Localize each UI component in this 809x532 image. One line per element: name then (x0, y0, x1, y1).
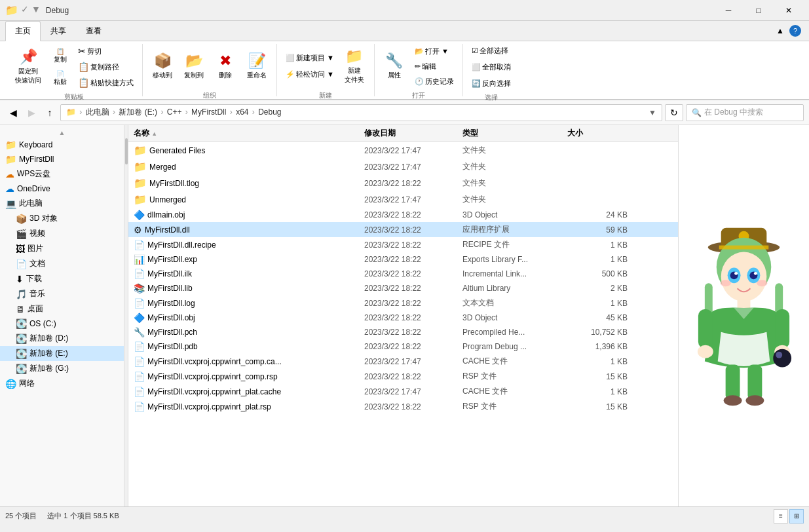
path-segment-debug: Debug (258, 107, 281, 117)
tab-share[interactable]: 共享 (41, 21, 76, 41)
file-type-cell: CACHE 文件 (462, 386, 567, 397)
invert-selection-button[interactable]: 🔄 反向选择 (468, 77, 514, 90)
file-type-cell: 文件夹 (462, 194, 567, 205)
sidebar-item-c[interactable]: 💽 OS (C:) (0, 316, 124, 331)
file-row-0[interactable]: 📁 Generated Files 2023/3/22 17:47 文件夹 (128, 142, 678, 159)
rename-button[interactable]: 📝 重命名 (242, 44, 271, 88)
sidebar-item-network[interactable]: 🌐 网络 (0, 376, 124, 391)
properties-button[interactable]: 🔧 属性 (380, 44, 409, 88)
tab-view[interactable]: 查看 (76, 21, 111, 41)
sidebar-item-wps[interactable]: ☁ WPS云盘 (0, 166, 124, 181)
file-row-13[interactable]: 📄 MyFirstDll.pdb 2023/3/22 18:22 Program… (128, 339, 678, 354)
properties-icon: 🔧 (385, 52, 403, 69)
file-name-text: MyFirstDll.vcxproj.cppwinrt_plat.rsp (147, 402, 271, 411)
file-row-9[interactable]: 📚 MyFirstDll.lib 2023/3/22 18:22 Altium … (128, 281, 678, 295)
file-row-4[interactable]: 🔷 dllmain.obj 2023/3/22 18:22 3D Object … (128, 208, 678, 222)
deselect-all-button[interactable]: ⬜ 全部取消 (468, 60, 514, 74)
col-size-header[interactable]: 大小 (567, 128, 633, 139)
titlebar-controls[interactable]: ─ □ ✕ (713, 0, 804, 21)
details-view-button[interactable]: ≡ (774, 509, 788, 523)
sidebar-item-d[interactable]: 💽 新加卷 (D:) (0, 331, 124, 346)
file-row-14[interactable]: 📄 MyFirstDll.vcxproj.cppwinrt_comp.ca...… (128, 354, 678, 369)
tab-home[interactable]: 主页 (5, 21, 41, 41)
file-row-1[interactable]: 📁 Merged 2023/3/22 17:47 文件夹 (128, 159, 678, 175)
paste-button[interactable]: 📄 粘贴 (48, 67, 72, 88)
file-row-12[interactable]: 🔧 MyFirstDll.pch 2023/3/22 18:22 Precomp… (128, 325, 678, 339)
sidebar-item-music[interactable]: 🎵 音乐 (0, 286, 124, 301)
ribbon-collapse-icon[interactable]: ▲ (776, 26, 784, 35)
copy-to-button[interactable]: 📂 复制到 (179, 44, 208, 88)
network-icon: 🌐 (5, 379, 16, 389)
paste-shortcut-button[interactable]: 📋 粘贴快捷方式 (75, 75, 137, 90)
file-row-16[interactable]: 📄 MyFirstDll.vcxproj.cppwinrt_plat.cache… (128, 384, 678, 399)
sidebar-item-e[interactable]: 💽 新加卷 (E:) (0, 346, 124, 361)
dropdown-arrow-icon[interactable]: ▼ (649, 108, 656, 117)
sidebar-item-video[interactable]: 🎬 视频 (0, 226, 124, 241)
sidebar-item-docs[interactable]: 📄 文档 (0, 256, 124, 271)
history-button[interactable]: 🕐 历史记录 (411, 75, 457, 88)
copy-path-button[interactable]: 📋 复制路径 (75, 60, 137, 74)
easy-access-button[interactable]: ⚡ 轻松访问 ▼ (282, 67, 337, 81)
file-type-cell: Incremental Link... (462, 269, 567, 278)
sidebar-item-desktop[interactable]: 🖥 桌面 (0, 301, 124, 316)
file-type-cell: CACHE 文件 (462, 356, 567, 367)
back-button[interactable]: ◀ (5, 105, 21, 121)
file-name-text: MyFirstDll.log (147, 299, 195, 308)
select-all-button[interactable]: ☑ 全部选择 (468, 44, 514, 58)
history-label: 历史记录 (425, 77, 454, 86)
minimize-button[interactable]: ─ (713, 0, 743, 21)
file-row-15[interactable]: 📄 MyFirstDll.vcxproj.cppwinrt_comp.rsp 2… (128, 369, 678, 384)
sidebar-item-3d[interactable]: 📦 3D 对象 (0, 211, 124, 226)
file-row-5[interactable]: ⚙ MyFirstDll.dll 2023/3/22 18:22 应用程序扩展 … (128, 222, 678, 237)
pin-quick-access-button[interactable]: 📌 固定到快速访问 (10, 45, 46, 89)
open-button[interactable]: 📂 打开 ▼ (411, 45, 457, 58)
sidebar-item-myfirstdll[interactable]: 📁 MyFirstDll (0, 152, 124, 166)
sidebar-item-downloads[interactable]: ⬇ 下载 (0, 271, 124, 286)
copy-button[interactable]: 📋 复制 (48, 45, 72, 66)
sidebar-item-pictures[interactable]: 🖼 图片 (0, 241, 124, 256)
new-folder-button[interactable]: 📁 新建文件夹 (340, 44, 369, 88)
sidebar-item-g[interactable]: 💽 新加卷 (G:) (0, 361, 124, 376)
sidebar-label-onedrive: OneDrive (17, 184, 50, 193)
close-button[interactable]: ✕ (774, 0, 804, 21)
refresh-button[interactable]: ↻ (665, 104, 683, 121)
file-icon: 📄 (134, 269, 145, 279)
sidebar-item-onedrive[interactable]: ☁ OneDrive (0, 181, 124, 196)
maximize-button[interactable]: □ (743, 0, 774, 21)
easy-access-label: 轻松访问 ▼ (296, 69, 334, 79)
search-box[interactable]: 🔍 在 Debug 中搜索 (686, 104, 804, 121)
move-icon: 📦 (154, 52, 172, 69)
file-list: 名称 ▲ 修改日期 类型 大小 📁 Generated Files 2023/3… (128, 125, 678, 506)
help-icon[interactable]: ? (789, 25, 801, 37)
file-row-10[interactable]: 📄 MyFirstDll.log 2023/3/22 18:22 文本文档 1 … (128, 295, 678, 311)
sidebar-item-thispc[interactable]: 💻 此电脑 (0, 196, 124, 211)
col-name-header[interactable]: 名称 ▲ (128, 128, 364, 139)
file-row-8[interactable]: 📄 MyFirstDll.ilk 2023/3/22 18:22 Increme… (128, 267, 678, 281)
file-row-17[interactable]: 📄 MyFirstDll.vcxproj.cppwinrt_plat.rsp 2… (128, 399, 678, 414)
move-to-button[interactable]: 📦 移动到 (148, 44, 177, 88)
edit-button[interactable]: ✏ 编辑 (411, 60, 457, 73)
file-row-6[interactable]: 📄 MyFirstDll.dll.recipe 2023/3/22 18:22 … (128, 237, 678, 252)
delete-button[interactable]: ✖ 删除 (211, 44, 240, 88)
sidebar-label-wps: WPS云盘 (17, 168, 50, 180)
file-row-7[interactable]: 📊 MyFirstDll.exp 2023/3/22 18:22 Exports… (128, 252, 678, 267)
file-name-text: Unmerged (149, 195, 186, 204)
file-date-cell: 2023/3/22 18:22 (364, 372, 462, 381)
search-placeholder: 在 Debug 中搜索 (704, 107, 763, 118)
file-row-11[interactable]: 🔷 MyFirstDll.obj 2023/3/22 18:22 3D Obje… (128, 311, 678, 325)
address-bar[interactable]: 📁 › 此电脑 › 新加卷 (E:) › C++ › MyFirstDll › … (60, 104, 662, 121)
list-view-button[interactable]: ⊞ (789, 509, 804, 523)
file-type-cell: Program Debug ... (462, 342, 567, 351)
file-type-cell: 应用程序扩展 (462, 224, 567, 235)
sidebar-item-keyboard[interactable]: 📁 Keyboard (0, 138, 124, 152)
sidebar-label-3d: 3D 对象 (29, 213, 58, 224)
file-row-3[interactable]: 📁 Unmerged 2023/3/22 17:47 文件夹 (128, 191, 678, 208)
col-type-header[interactable]: 类型 (462, 128, 567, 139)
col-date-header[interactable]: 修改日期 (364, 128, 462, 139)
file-row-2[interactable]: 📁 MyFirstDll.tlog 2023/3/22 18:22 文件夹 (128, 175, 678, 191)
forward-button[interactable]: ▶ (24, 105, 39, 121)
new-item-button[interactable]: ⬜ 新建项目 ▼ (282, 51, 337, 65)
cut-button[interactable]: ✂ 剪切 (75, 44, 137, 58)
svg-point-21 (776, 352, 782, 358)
up-button[interactable]: ↑ (42, 105, 58, 121)
